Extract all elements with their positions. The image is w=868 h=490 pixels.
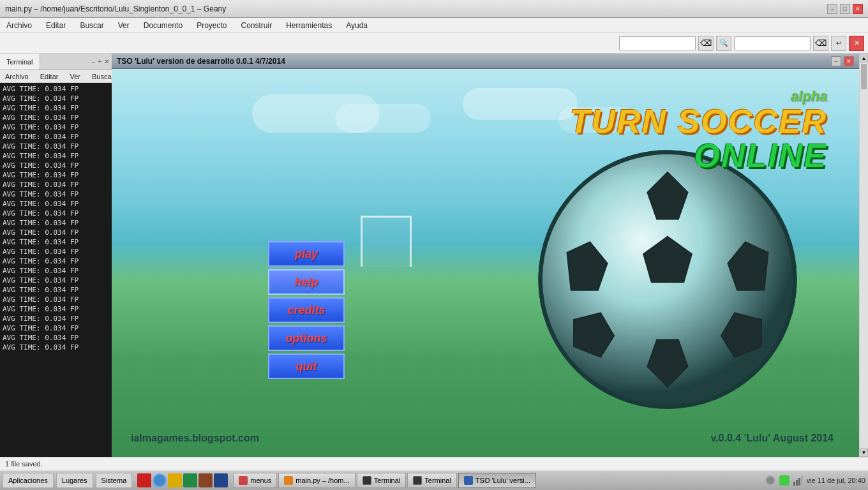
geany-menu-archivo[interactable]: Archivo <box>4 20 34 31</box>
terminal-line: AVG TIME: 0.034 FP <box>3 228 109 237</box>
terminal-line: AVG TIME: 0.034 FP <box>3 151 109 161</box>
tray-icon-1[interactable] <box>765 475 775 486</box>
geany-maximize-button[interactable]: □ <box>840 4 850 14</box>
taskbar-icon-5[interactable] <box>198 473 213 487</box>
taskbar-app-icons <box>137 473 228 487</box>
cloud-2 <box>335 104 431 133</box>
geany-menu-herramientas[interactable]: Herramientas <box>283 20 334 31</box>
terminal-menu-archivo[interactable]: Archivo <box>3 71 31 82</box>
game-close-button[interactable]: ✕ <box>844 56 854 66</box>
geany-wm-buttons: – □ ✕ <box>827 4 863 14</box>
geany-menu-ver[interactable]: Ver <box>116 20 132 31</box>
taskbar-icon-1[interactable] <box>137 473 151 487</box>
terminal-close-btn[interactable]: ✕ <box>104 58 109 65</box>
game-title-area: alpha TURN SOCCER ONLINE <box>570 88 827 174</box>
play-button[interactable]: play <box>268 241 345 267</box>
terminal-menu-ver[interactable]: Ver <box>67 71 83 82</box>
game-title-line1: TURN SOCCER <box>570 105 827 138</box>
geany-minimize-button[interactable]: – <box>827 4 837 14</box>
taskbar-lugares[interactable]: Lugares <box>56 473 93 488</box>
geany-titlebar: main.py – /home/juan/Escritorio/Lulu_Sin… <box>0 0 868 18</box>
terminal-line: AVG TIME: 0.034 FP <box>3 304 109 314</box>
scroll-thumb[interactable] <box>861 64 867 89</box>
taskbar-icon-terminal2 <box>413 476 422 485</box>
terminal-maximize-btn[interactable]: + <box>98 58 101 65</box>
terminal-line: AVG TIME: 0.034 FP <box>3 122 109 132</box>
geany-search-input-2[interactable] <box>734 36 811 50</box>
game-area: TSO 'Lulu' version de desarrollo 0.0.1 4… <box>112 54 859 457</box>
taskbar-icon-4[interactable] <box>183 473 197 487</box>
terminal-tabs: Terminal – + ✕ <box>0 54 112 70</box>
game-window-title: TSO 'Lulu' version de desarrollo 0.0.1 4… <box>117 57 285 66</box>
terminal-cursor <box>3 352 109 362</box>
geany-search-button[interactable]: 🔍 <box>716 36 731 51</box>
geany-close-button[interactable]: ✕ <box>853 4 863 14</box>
terminal-line: AVG TIME: 0.034 FP <box>3 113 109 122</box>
terminal-line: AVG TIME: 0.034 FP <box>3 343 109 352</box>
geany-menu-construir[interactable]: Construir <box>238 20 274 31</box>
terminal-line: AVG TIME: 0.034 FP <box>3 189 109 199</box>
geany-menu-editar[interactable]: Editar <box>43 20 68 31</box>
taskbar-clock: vie 11 de jul, 20:40 <box>807 477 865 484</box>
taskbar-start-area: Aplicaciones Lugares Sistema <box>3 473 132 488</box>
terminal-line: AVG TIME: 0.034 FP <box>3 142 109 151</box>
terminal-line: AVG TIME: 0.034 FP <box>3 247 109 256</box>
taskbar-btn-terminal2[interactable]: Terminal <box>407 473 457 488</box>
taskbar-icon-3[interactable] <box>168 473 182 487</box>
scroll-up-arrow[interactable]: ▲ <box>860 54 868 63</box>
bar-4 <box>801 476 803 486</box>
geany-close-search[interactable]: ✕ <box>849 36 864 51</box>
menu-buttons: play help credits options quit <box>268 241 345 379</box>
geany-menu-documento[interactable]: Documento <box>141 20 185 31</box>
quit-button[interactable]: quit <box>268 353 345 379</box>
geany-menubar: Archivo Editar Buscar Ver Documento Proy… <box>0 18 868 33</box>
terminal-menu-editar[interactable]: Editar <box>38 71 61 82</box>
taskbar-btn-terminal1[interactable]: Terminal <box>357 473 407 488</box>
terminal-line: AVG TIME: 0.034 FP <box>3 285 109 295</box>
taskbar-aplicaciones[interactable]: Aplicaciones <box>3 473 54 488</box>
terminal-line: AVG TIME: 0.034 FP <box>3 218 109 228</box>
terminal-tab[interactable]: Terminal <box>0 54 40 70</box>
terminal-line: AVG TIME: 0.034 FP <box>3 209 109 218</box>
taskbar-sistema[interactable]: Sistema <box>96 473 133 488</box>
credits-button[interactable]: credits <box>268 297 345 323</box>
tray-icon-2[interactable] <box>779 475 789 486</box>
taskbar: Aplicaciones Lugares Sistema menus main.… <box>0 470 868 490</box>
taskbar-btn-tso[interactable]: TSO 'Lulu' versi... <box>458 473 536 488</box>
terminal-output[interactable]: AVG TIME: 0.034 FPAVG TIME: 0.034 FPAVG … <box>0 83 112 457</box>
geany-replace-button[interactable]: ↩ <box>831 36 846 51</box>
scroll-down-arrow[interactable]: ▼ <box>860 448 868 457</box>
terminal-tab-buttons: – + ✕ <box>89 58 112 65</box>
taskbar-btn-menus[interactable]: menus <box>233 473 277 488</box>
version-label: v.0.0.4 'Lulu' August 2014 <box>710 433 834 444</box>
goal-post <box>361 216 412 267</box>
geany-scrollbar[interactable]: ▲ ▼ <box>859 54 868 457</box>
taskbar-icon-menus <box>239 476 248 485</box>
geany-menu-ayuda[interactable]: Ayuda <box>343 20 370 31</box>
terminal-line: AVG TIME: 0.034 FP <box>3 314 109 323</box>
geany-menu-proyecto[interactable]: Proyecto <box>194 20 229 31</box>
game-minimize-button[interactable]: – <box>831 56 841 66</box>
taskbar-task-buttons: menus main.py – /hom... Terminal Termina… <box>233 473 536 488</box>
geany-menu-buscar[interactable]: Buscar <box>77 20 106 31</box>
taskbar-btn-mainpy[interactable]: main.py – /hom... <box>278 473 355 488</box>
signal-bars <box>793 476 803 486</box>
terminal-line: AVG TIME: 0.034 FP <box>3 266 109 276</box>
help-button[interactable]: help <box>268 269 345 295</box>
terminal-minimize-btn[interactable]: – <box>92 58 96 65</box>
taskbar-icon-2[interactable] <box>153 473 167 487</box>
terminal-line: AVG TIME: 0.034 FP <box>3 295 109 304</box>
geany-clear-search-2[interactable]: ⌫ <box>813 36 828 51</box>
geany-search-input-1[interactable] <box>619 36 696 50</box>
taskbar-icon-6[interactable] <box>214 473 228 487</box>
game-titlebar: TSO 'Lulu' version de desarrollo 0.0.1 4… <box>112 54 859 69</box>
geany-title: main.py – /home/juan/Escritorio/Lulu_Sin… <box>5 4 226 13</box>
terminal-line: AVG TIME: 0.034 FP <box>3 256 109 266</box>
status-message: 1 file saved. <box>5 460 43 468</box>
terminal-line: AVG TIME: 0.034 FP <box>3 170 109 180</box>
terminal-line: AVG TIME: 0.034 FP <box>3 94 109 103</box>
options-button[interactable]: options <box>268 325 345 351</box>
terminal-line: AVG TIME: 0.034 FP <box>3 199 109 209</box>
bar-1 <box>793 482 795 486</box>
geany-clear-search-1[interactable]: ⌫ <box>698 36 714 51</box>
